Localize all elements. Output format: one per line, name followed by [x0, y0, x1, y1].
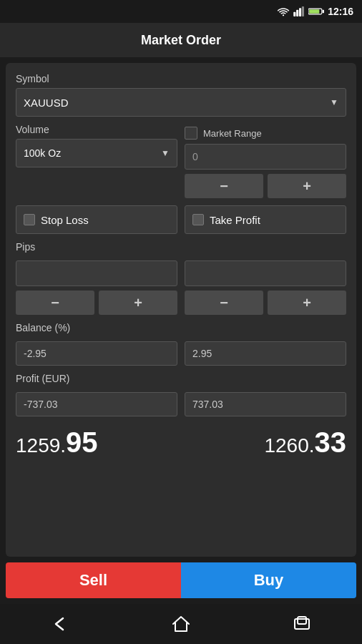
pips-left-col: − +: [16, 260, 177, 315]
pips-right-minus-button[interactable]: −: [185, 291, 263, 315]
market-range-label: Market Range: [203, 128, 262, 139]
back-button[interactable]: [47, 611, 73, 637]
symbol-label: Symbol: [16, 73, 346, 84]
pips-left-buttons: − +: [16, 291, 177, 315]
home-button[interactable]: [168, 611, 194, 637]
svg-rect-5: [309, 9, 319, 14]
app-area: Market Order Symbol XAUUSD ▼ Volume 100k…: [0, 23, 362, 604]
svg-rect-2: [299, 8, 301, 16]
pips-left-minus-icon: −: [51, 296, 59, 310]
page-title: Market Order: [141, 33, 221, 48]
svg-rect-6: [323, 10, 324, 14]
pips-right-input[interactable]: [185, 260, 346, 286]
volume-market-range-row: Volume 100k Oz ▼ Market Range 0 −: [16, 124, 346, 198]
content-card: Symbol XAUUSD ▼ Volume 100k Oz ▼ Market …: [6, 63, 356, 557]
price-row: 1259.95 1260.33: [16, 426, 346, 459]
pips-right-minus-icon: −: [220, 296, 228, 310]
market-range-minus-icon: −: [220, 179, 228, 193]
pips-inputs-row: − + − +: [16, 260, 346, 315]
balance-left-col: -2.95: [16, 341, 177, 366]
stop-loss-checkbox[interactable]: [24, 214, 35, 225]
balance-row: -2.95 2.95: [16, 341, 346, 366]
market-range-plus-button[interactable]: +: [268, 174, 346, 198]
market-range-header: Market Range: [185, 124, 346, 140]
sell-price-small: 1259.: [16, 434, 66, 457]
buy-price: 1260.33: [264, 426, 346, 459]
take-profit-label: Take Profit: [210, 214, 260, 226]
pips-left-input[interactable]: [16, 260, 177, 286]
recents-icon: [292, 615, 312, 633]
balance-left-value: -2.95: [16, 341, 177, 366]
signal-icon: [293, 6, 305, 16]
recents-button[interactable]: [289, 611, 315, 637]
profit-section: Profit (EUR) -737.03 737.03: [16, 373, 346, 416]
status-icons: 12:16: [277, 6, 353, 17]
buy-button[interactable]: Buy: [181, 562, 356, 598]
balance-right-value: 2.95: [185, 341, 346, 366]
market-range-checkbox[interactable]: [185, 127, 197, 140]
battery-icon: [308, 7, 324, 16]
volume-section: Volume 100k Oz ▼: [16, 124, 177, 167]
market-range-input-value: 0: [192, 151, 198, 162]
balance-section: Balance (%) -2.95 2.95: [16, 322, 346, 366]
sl-tp-row: Stop Loss Take Profit: [16, 205, 346, 234]
profit-left-text: -737.03: [24, 399, 57, 410]
take-profit-checkbox[interactable]: [192, 214, 204, 225]
volume-dropdown-arrow: ▼: [161, 148, 170, 158]
market-range-section: Market Range 0 − +: [185, 124, 346, 198]
stop-loss-button[interactable]: Stop Loss: [16, 205, 177, 234]
symbol-section: Symbol XAUUSD ▼: [16, 73, 346, 117]
volume-dropdown[interactable]: 100k Oz ▼: [16, 139, 177, 167]
pips-left-minus-button[interactable]: −: [16, 291, 94, 315]
profit-right-text: 737.03: [192, 399, 223, 410]
pips-left-plus-button[interactable]: +: [99, 291, 177, 315]
volume-label: Volume: [16, 124, 177, 135]
symbol-dropdown-arrow: ▼: [330, 97, 338, 107]
profit-label: Profit (EUR): [16, 373, 346, 384]
stop-loss-label: Stop Loss: [41, 214, 89, 226]
pips-left-plus-icon: +: [134, 296, 142, 310]
status-bar: 12:16: [0, 0, 362, 23]
svg-rect-3: [302, 6, 304, 16]
balance-label: Balance (%): [16, 322, 346, 333]
market-range-plus-icon: +: [303, 179, 311, 193]
profit-right-col: 737.03: [185, 392, 346, 416]
home-icon: [171, 615, 191, 633]
profit-row: -737.03 737.03: [16, 392, 346, 416]
profit-left-col: -737.03: [16, 392, 177, 416]
pips-label: Pips: [16, 241, 346, 253]
sell-price-big: 95: [66, 426, 98, 458]
pips-right-plus-icon: +: [303, 296, 311, 310]
market-range-input[interactable]: 0: [185, 144, 346, 170]
pips-right-col: − +: [185, 260, 346, 315]
trade-buttons: Sell Buy: [6, 562, 356, 598]
nav-bar: [0, 604, 362, 644]
market-range-buttons: − +: [185, 174, 346, 198]
wifi-icon: [277, 6, 290, 16]
buy-price-big: 33: [315, 426, 347, 458]
take-profit-button[interactable]: Take Profit: [185, 205, 346, 234]
svg-rect-8: [298, 617, 306, 624]
status-time: 12:16: [328, 6, 353, 17]
pips-section: Pips − +: [16, 241, 346, 315]
pips-right-plus-button[interactable]: +: [268, 291, 346, 315]
balance-left-text: -2.95: [24, 348, 47, 359]
symbol-value: XAUUSD: [24, 97, 69, 109]
sell-price: 1259.95: [16, 426, 98, 459]
back-icon: [50, 615, 70, 633]
volume-value: 100k Oz: [24, 147, 61, 159]
buy-price-small: 1260.: [264, 434, 314, 457]
market-range-minus-button[interactable]: −: [185, 174, 263, 198]
symbol-dropdown[interactable]: XAUUSD ▼: [16, 88, 346, 117]
balance-right-text: 2.95: [192, 348, 212, 359]
sell-button[interactable]: Sell: [6, 562, 181, 598]
pips-right-buttons: − +: [185, 291, 346, 315]
balance-right-col: 2.95: [185, 341, 346, 366]
svg-rect-0: [293, 12, 295, 16]
title-bar: Market Order: [0, 23, 362, 57]
svg-rect-1: [296, 10, 298, 16]
profit-right-value: 737.03: [185, 392, 346, 416]
profit-left-value: -737.03: [16, 392, 177, 416]
